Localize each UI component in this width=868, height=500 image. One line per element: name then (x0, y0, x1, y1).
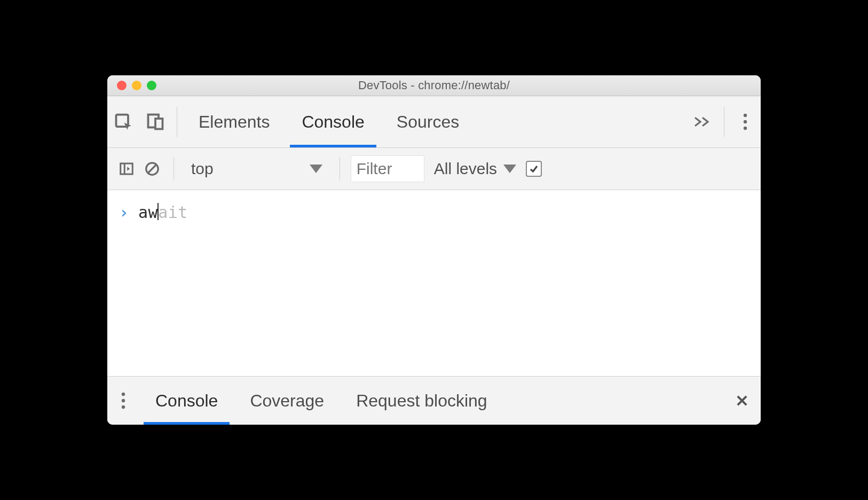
window-title: DevTools - chrome://newtab/ (107, 79, 761, 92)
drawer-tab-coverage[interactable]: Coverage (234, 377, 340, 425)
group-similar-checkbox[interactable] (526, 161, 542, 177)
execution-context-label: top (191, 160, 214, 178)
toggle-sidebar-icon[interactable] (116, 158, 137, 179)
svg-point-5 (744, 127, 747, 130)
drawer-menu-icon[interactable] (107, 377, 139, 425)
svg-point-4 (744, 120, 747, 123)
drawer-tab-request-blocking[interactable]: Request blocking (340, 377, 503, 425)
console-toolbar: top All levels (107, 148, 761, 190)
autocomplete-suggestion: ait (158, 203, 188, 222)
separator (173, 157, 174, 181)
main-toolbar: Elements Console Sources (107, 96, 761, 148)
log-levels-selector[interactable]: All levels (429, 160, 522, 178)
devtools-window: DevTools - chrome://newtab/ Elements Con… (107, 75, 761, 425)
drawer-toolbar: Console Coverage Request blocking (107, 376, 761, 425)
zoom-window-button[interactable] (147, 81, 156, 90)
svg-point-10 (122, 393, 125, 396)
svg-point-3 (744, 114, 747, 117)
svg-rect-6 (121, 163, 133, 174)
filter-input[interactable] (351, 155, 424, 182)
separator (724, 107, 724, 137)
svg-rect-2 (155, 119, 163, 129)
tab-console[interactable]: Console (286, 96, 380, 147)
drawer-close-icon[interactable] (723, 377, 761, 425)
svg-point-11 (122, 399, 125, 402)
drawer-tabs: Console Coverage Request blocking (139, 377, 723, 425)
separator (340, 157, 340, 181)
svg-line-9 (148, 165, 156, 173)
more-tabs-icon[interactable] (686, 96, 719, 147)
minimize-window-button[interactable] (132, 81, 141, 90)
tab-elements[interactable]: Elements (183, 96, 286, 147)
typed-text: aw (138, 203, 158, 222)
prompt-chevron-icon: › (119, 203, 129, 222)
console-code: await (138, 203, 188, 222)
settings-menu-icon[interactable] (730, 96, 761, 147)
close-window-button[interactable] (117, 81, 127, 90)
window-titlebar[interactable]: DevTools - chrome://newtab/ (107, 75, 761, 96)
device-toggle-icon[interactable] (139, 112, 171, 131)
dropdown-triangle-icon (503, 165, 516, 173)
execution-context-selector[interactable]: top (185, 156, 329, 182)
main-tabs: Elements Console Sources (183, 96, 686, 147)
tab-sources[interactable]: Sources (381, 96, 475, 147)
inspect-element-icon[interactable] (107, 112, 139, 131)
svg-point-12 (122, 405, 125, 409)
dropdown-triangle-icon (310, 165, 322, 173)
separator (177, 107, 177, 137)
console-input-area[interactable]: › await (107, 190, 761, 376)
console-prompt-line: › await (119, 203, 749, 222)
clear-console-icon[interactable] (141, 158, 163, 179)
drawer-tab-console[interactable]: Console (139, 377, 234, 425)
log-levels-label: All levels (434, 160, 497, 178)
